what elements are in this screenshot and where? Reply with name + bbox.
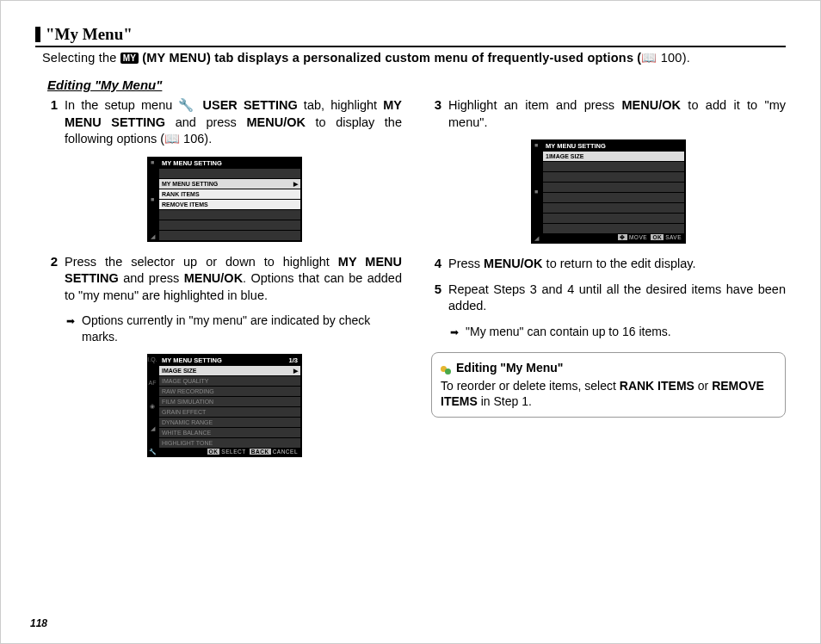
book-icon: 📖 xyxy=(164,132,180,146)
my-menu-badge: MY xyxy=(120,53,139,64)
cam-row: IMAGE SIZE xyxy=(162,367,196,375)
two-column-layout: 1 In the setup menu 🔧 USER SETTING tab, … xyxy=(35,97,786,469)
cam-footer: OKSELECT BACKCANCEL xyxy=(159,448,300,455)
step-number: 2 xyxy=(47,254,58,305)
step-body: Repeat Steps 3 and 4 until all the desir… xyxy=(448,282,786,315)
cam-row: RANK ITEMS xyxy=(162,190,200,198)
step-3: 3 Highlight an item and press MENU/OK to… xyxy=(431,97,786,131)
cam-title: MY MENU SETTING xyxy=(162,159,222,167)
cam-row: WHITE BALANCE xyxy=(162,429,211,437)
tip-heading: Editing "My Menu" xyxy=(441,360,776,376)
cam-row: FILM SIMULATION xyxy=(162,398,213,406)
cam-row: 1IMAGE SIZE xyxy=(546,152,583,160)
page-header: "My Menu" xyxy=(35,25,786,47)
intro-tab: (MY MENU) tab displays a personalized cu… xyxy=(139,51,641,65)
header-marker xyxy=(35,27,40,42)
cam-title: MY MENU SETTING xyxy=(162,356,222,364)
step-number: 4 xyxy=(431,256,441,273)
step-body: Press MENU/OK to return to the edit disp… xyxy=(448,256,786,273)
cam-row: RAW RECORDING xyxy=(162,387,214,395)
camera-screen-2: I.Q.AF◉◢🔧 MY MENU SETTING1/3 IMAGE SIZE▶… xyxy=(147,354,302,457)
bullet-note: ➡ "My menu" can contain up to 16 items. xyxy=(450,324,786,340)
intro-page-ref: 100). xyxy=(657,51,690,65)
intro-pre: Selecting the xyxy=(42,51,120,65)
cam-row: GRAIN EFFECT xyxy=(162,408,206,416)
bullet-icon: ➡ xyxy=(66,314,75,345)
step-4: 4 Press MENU/OK to return to the edit di… xyxy=(431,256,786,273)
page-number: 118 xyxy=(30,617,47,629)
cam-row: REMOVE ITEMS xyxy=(162,201,208,208)
step-body: In the setup menu 🔧 USER SETTING tab, hi… xyxy=(65,97,402,148)
editing-subhead: Editing "My Menu" xyxy=(47,77,786,92)
camera-screen-3: ■■◢ MY MENU SETTING 1IMAGE SIZE ✥MOVE OK… xyxy=(531,139,686,244)
tip-icon xyxy=(441,360,451,376)
manual-page: "My Menu" Selecting the MY (MY MENU) tab… xyxy=(0,0,821,644)
step-body: Highlight an item and press MENU/OK to a… xyxy=(448,97,786,131)
cam-page: 1/3 xyxy=(289,356,298,364)
bullet-text: Options currently in "my menu" are indic… xyxy=(82,313,402,345)
page-title: "My Menu" xyxy=(46,25,133,44)
cam-footer: ✥MOVE OKSAVE xyxy=(543,233,684,242)
bullet-icon: ➡ xyxy=(450,325,459,340)
cam-row: DYNAMIC RANGE xyxy=(162,418,213,426)
step-1: 1 In the setup menu 🔧 USER SETTING tab, … xyxy=(47,97,402,148)
step-number: 3 xyxy=(431,97,441,131)
step-number: 1 xyxy=(47,97,58,148)
bullet-note: ➡ Options currently in "my menu" are ind… xyxy=(66,313,402,345)
left-column: 1 In the setup menu 🔧 USER SETTING tab, … xyxy=(47,97,402,469)
cam-title: MY MENU SETTING xyxy=(546,142,606,150)
step-number: 5 xyxy=(431,282,441,315)
cam-row: HIGHLIGHT TONE xyxy=(162,439,213,447)
wrench-icon: 🔧 xyxy=(178,98,196,112)
book-icon: 📖 xyxy=(641,51,657,65)
camera-screen-1: ■■◢ MY MENU SETTING MY MENU SETTING▶ RAN… xyxy=(147,157,302,242)
cam-row: IMAGE QUALITY xyxy=(162,377,208,385)
right-column: 3 Highlight an item and press MENU/OK to… xyxy=(431,97,786,469)
step-2: 2 Press the selector up or down to highl… xyxy=(47,254,402,305)
cam-row: MY MENU SETTING xyxy=(162,180,218,188)
tip-box: Editing "My Menu" To reorder or delete i… xyxy=(431,352,786,418)
intro-text: Selecting the MY (MY MENU) tab displays … xyxy=(42,51,786,65)
step-5: 5 Repeat Steps 3 and 4 until all the des… xyxy=(431,282,786,315)
step-body: Press the selector up or down to highlig… xyxy=(65,254,402,305)
bullet-text: "My menu" can contain up to 16 items. xyxy=(466,324,671,340)
tip-body: To reorder or delete items, select RANK … xyxy=(441,378,776,411)
